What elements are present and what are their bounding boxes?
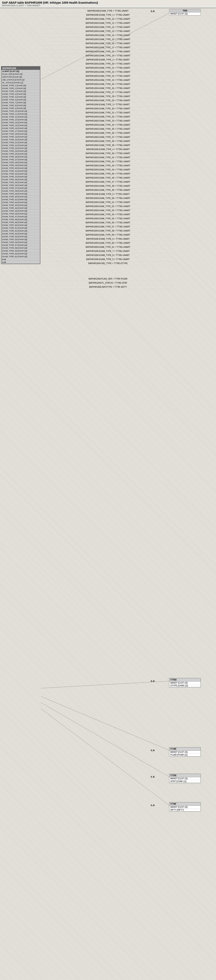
card-T778O: 0..N bbox=[151, 680, 154, 682]
rel-33: BAPIHR1009-EXAM_TYPE_39 = T778G-UNART bbox=[42, 143, 174, 147]
field-EXAM_TYPE_18: EXAM_TYPE_18 [CHAR (4)] bbox=[2, 132, 40, 135]
field-PLAN_VER: PLAN_VER [CHAR (2)] bbox=[2, 73, 40, 76]
rel-26: BAPIHR1009-EXAM_TYPE_32 = T778G-UNART bbox=[42, 115, 174, 119]
rel-18: BAPIHR1009-EXAM_TYPE_25 = T778G-UNART bbox=[42, 82, 174, 86]
page-container: SAP ABAP table BAPIHR1009 {HR: Infotype … bbox=[0, 0, 216, 980]
field-EXAM_TYPE_58: EXAM_TYPE_58 [CHAR (4)] bbox=[2, 247, 40, 250]
relations-container: BAPIHR1009-EXAM_TYPE = T778G-UNART BAPIH… bbox=[42, 9, 174, 289]
rel-61: BAPIHR1009-EXAM_TYPE_9 = T778G-UNART bbox=[42, 258, 174, 261]
rel-25: BAPIHR1009-EXAM_TYPE_31 = T778G-UNART bbox=[42, 111, 174, 115]
rel-9: BAPIHR1009-EXAM_TYPE_17 = T778G-UNART bbox=[42, 46, 174, 50]
field-EXAM_TYPE_26: EXAM_TYPE_26 [CHAR (4)] bbox=[2, 155, 40, 158]
rel-37: BAPIHR1009-EXAM_TYPE_42 = T778G-UNART bbox=[42, 160, 174, 164]
field-EXAM_TYPE_2: EXAM_TYPE_2 [CHAR (4)] bbox=[2, 87, 40, 90]
field-EXAM_TYPE_13: EXAM_TYPE_13 [CHAR (4)] bbox=[2, 118, 40, 121]
rel-6: BAPIHR1009-EXAM_TYPE_14 = T778G-UNART bbox=[42, 33, 174, 37]
field-EXAM_TYPE_29: EXAM_TYPE_29 [CHAR (4)] bbox=[2, 164, 40, 167]
rel-64: BAPIHR1009-PL_STATUS = T778S-ISTAT bbox=[42, 281, 174, 285]
field-EXAM_TYPE_7: EXAM_TYPE_7 [CHAR (4)] bbox=[2, 101, 40, 104]
field-EXAM_TYPE_14: EXAM_TYPE_14 [CHAR (4)] bbox=[2, 121, 40, 124]
field-EXAM_TYPE_1: EXAM_TYPE_1 [CHAR (4)] bbox=[2, 84, 40, 87]
field-EXAM_TYPE_43: EXAM_TYPE_43 [CHAR (4)] bbox=[2, 204, 40, 207]
rel-1: BAPIHR1009-EXAM_TYPE_1 = T778G-UNART bbox=[42, 13, 174, 17]
node-T778O-header: T778O bbox=[170, 678, 200, 681]
field-EXAM_TYPE_16: EXAM_TYPE_16 [CHAR (4)] bbox=[2, 127, 40, 130]
node-T778O-field-1: OTYPE [CHAR (2)] bbox=[170, 684, 200, 687]
field-EXAM_TYPE_47: EXAM_TYPE_47 [CHAR (4)] bbox=[2, 215, 40, 218]
node-T778S: T778S MANDT [CLNT (3)] ISTAT [CHAR (1)] bbox=[169, 774, 201, 783]
rel-21: BAPIHR1009-EXAM_TYPE_28 = T778G-UNART bbox=[42, 94, 174, 99]
field-EXAM_TYPE_57: EXAM_TYPE_57 [CHAR (4)] bbox=[2, 244, 40, 247]
field-EXAM_TYPE_3: EXAM_TYPE_3 [CHAR (4)] bbox=[2, 90, 40, 93]
title-bar: SAP ABAP table BAPIHR1009 {HR: Infotype … bbox=[0, 0, 216, 8]
field-EXAM_TYPE_49: EXAM_TYPE_49 [CHAR (4)] bbox=[2, 221, 40, 224]
rel-39: BAPIHR1009-EXAM_TYPE_44 = T778G-UNART bbox=[42, 168, 174, 172]
rel-36: BAPIHR1009-EXAM_TYPE_41 = T778G-UNART bbox=[42, 156, 174, 160]
field-EXAM_TYPE_23: EXAM_TYPE_23 [CHAR (4)] bbox=[2, 147, 40, 150]
page-title: SAP ABAP table BAPIHR1009 {HR: Infotype … bbox=[2, 1, 214, 4]
rel-53: BAPIHR1009-EXAM_TYPE_57 = T778G-UNART bbox=[42, 225, 174, 229]
field-CLIENT: CLIENT [CLNT (3)] bbox=[2, 70, 40, 73]
rel-12: BAPIHR1009-EXAM_TYPE_2 = T778G-UNART bbox=[42, 58, 174, 62]
field-EXAM_TYPE_52: EXAM_TYPE_52 [CHAR (4)] bbox=[2, 229, 40, 232]
rel-3: BAPIHR1009-EXAM_TYPE_11 = T778G-UNART bbox=[42, 21, 174, 25]
field-EXAM_TYPE_32: EXAM_TYPE_32 [CHAR (4)] bbox=[2, 172, 40, 175]
rel-5: BAPIHR1009-EXAM_TYPE_13 = T778G-UNART bbox=[42, 29, 174, 33]
node-T778P-field-0: MANDT [CLNT (3)] bbox=[170, 751, 200, 754]
rel-38: BAPIHR1009-EXAM_TYPE_43 = T778G-UNART bbox=[42, 164, 174, 168]
field-EXAM_TYPE_34: EXAM_TYPE_34 [CHAR (4)] bbox=[2, 178, 40, 181]
rel-14: BAPIHR1009-EXAM_TYPE_21 = T778G-UNART bbox=[42, 66, 174, 70]
rel-62: BAPIHR1009-OBJ_TYPE = T778O-OTYPE bbox=[42, 261, 174, 266]
node-T000-field-0: MANDT [CLNT (3)] bbox=[170, 13, 200, 15]
rel-56: BAPIHR1009-EXAM_TYPE_6 = T778G-UNART bbox=[42, 237, 174, 241]
field-EXAM_TYPE_54: EXAM_TYPE_54 [CHAR (4)] bbox=[2, 235, 40, 238]
field-INFOTYPE: INFOTYPE [CHAR (4)] bbox=[2, 76, 40, 78]
rel-20: BAPIHR1009-EXAM_TYPE_27 = T778G-UNART bbox=[42, 91, 174, 94]
card-T778F: 0..N bbox=[151, 804, 154, 807]
field-EXAM_TYPE_25: EXAM_TYPE_25 [CHAR (4)] bbox=[2, 153, 40, 155]
rel-51: BAPIHR1009-EXAM_TYPE_55 = T778G-UNART bbox=[42, 216, 174, 221]
rel-13: BAPIHR1009-EXAM_TYPE_20 = T778G-UNART bbox=[42, 62, 174, 66]
field-EXAM_TYPE_55: EXAM_TYPE_55 [CHAR (4)] bbox=[2, 238, 40, 241]
field-EXAM_TYPE_5: EXAM_TYPE_5 [CHAR (4)] bbox=[2, 95, 40, 99]
svg-line-1 bbox=[41, 681, 169, 688]
rel-57: BAPIHR1009-EXAM_TYPE_60 = T778G-UNART bbox=[42, 241, 174, 245]
node-T778P-field-1: PLVAR [PIVAR (2)] bbox=[170, 754, 200, 756]
field-EXAM_TYPE_38: EXAM_TYPE_38 [CHAR (4)] bbox=[2, 189, 40, 192]
field-EXAM_TYPE_56: EXAM_TYPE_56 [CHAR (4)] bbox=[2, 241, 40, 244]
field-0N-2: 0..N bbox=[2, 261, 40, 264]
rel-8: BAPIHR1009-EXAM_TYPE_16 = T778G-UNART bbox=[42, 41, 174, 46]
field-EXAM_TYPE_27: EXAM_TYPE_27 [CHAR (4)] bbox=[2, 158, 40, 161]
rel-46: BAPIHR1009-EXAM_TYPE_50 = T778G-UNART bbox=[42, 196, 174, 200]
field-EXAM_TYPE_59: EXAM_TYPE_59 [CHAR (4)] bbox=[2, 250, 40, 252]
node-T778F-field-1: INFTY [INFTY] bbox=[170, 808, 200, 811]
rel-50: BAPIHR1009-EXAM_TYPE_54 = T778G-UNART bbox=[42, 213, 174, 216]
svg-line-2 bbox=[41, 696, 169, 750]
rel-63: BAPIHR1009-PLAN_VER = T778P-PLVAR bbox=[42, 266, 174, 281]
rel-19: BAPIHR1009-EXAM_TYPE_26 = T778G-UNART bbox=[42, 86, 174, 91]
svg-line-4 bbox=[41, 709, 169, 805]
rel-2: BAPIHR1009-EXAM_TYPE_10 = T778G-UNART bbox=[42, 17, 174, 21]
field-EXAM_TYPE_9: EXAM_TYPE_9 [CHAR (4)] bbox=[2, 107, 40, 110]
rel-41: BAPIHR1009-EXAM_TYPE_46 = T778G-UNART bbox=[42, 176, 174, 180]
field-EXAM_TYPE_11: EXAM_TYPE_11 [CHAR (4)] bbox=[2, 113, 40, 115]
rel-54: BAPIHR1009-EXAM_TYPE_58 = T778G-UNART bbox=[42, 229, 174, 233]
field-PL_STATUS: PL_STATUS [CHAR (1)] bbox=[2, 81, 40, 84]
field-EXAM_TYPE_48: EXAM_TYPE_48 [CHAR (4)] bbox=[2, 218, 40, 221]
field-EXAM_TYPE_37: EXAM_TYPE_37 [CHAR (4)] bbox=[2, 187, 40, 189]
field-EXAM_TYPE_45: EXAM_TYPE_45 [CHAR (4)] bbox=[2, 210, 40, 212]
node-T778F-field-0: MANDT [CLNT (3)] bbox=[170, 806, 200, 808]
rel-55: BAPIHR1009-EXAM_TYPE_59 = T778G-UNART bbox=[42, 233, 174, 237]
node-T778S-header: T778S bbox=[170, 774, 200, 777]
field-EXAM_TYPE_17: EXAM_TYPE_17 [CHAR (4)] bbox=[2, 130, 40, 132]
rel-34: BAPIHR1009-EXAM_TYPE_4 = T778G-UNART bbox=[42, 147, 174, 151]
rel-43: BAPIHR1009-EXAM_TYPE_48 = T778G-UNART bbox=[42, 184, 174, 188]
node-T778P-header: T778P bbox=[170, 748, 200, 751]
rel-35: BAPIHR1009-EXAM_TYPE_40 = T778G-UNART bbox=[42, 151, 174, 156]
field-0N-1: 0..N bbox=[2, 258, 40, 261]
rel-27: BAPIHR1009-EXAM_TYPE_33 = T778G-UNART bbox=[42, 119, 174, 123]
rel-24: BAPIHR1009-EXAM_TYPE_30 = T778G-UNART bbox=[42, 107, 174, 111]
rel-0: BAPIHR1009-EXAM_TYPE = T778G-UNART bbox=[42, 9, 174, 13]
field-EXAM_TYPE_8: EXAM_TYPE_8 [CHAR (4)] bbox=[2, 104, 40, 107]
field-EXAM_TYPE_35: EXAM_TYPE_35 [CHAR (4)] bbox=[2, 181, 40, 184]
